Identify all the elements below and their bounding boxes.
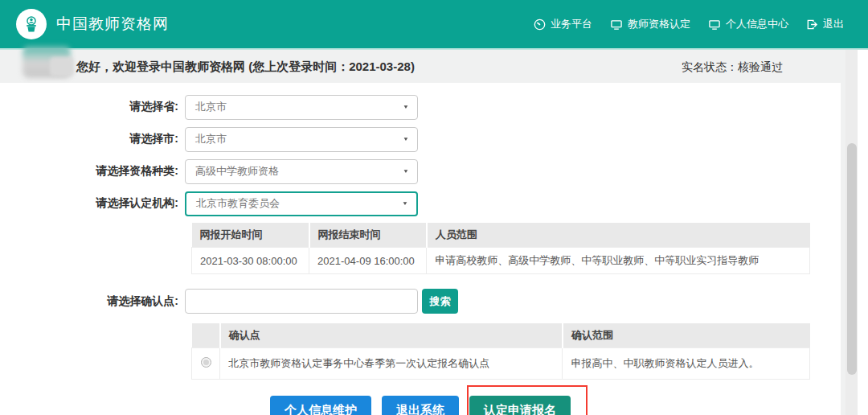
confirm-table-header-row: 确认点 确认范围 <box>192 323 810 348</box>
city-label: 请选择市: <box>0 132 185 146</box>
confirm-radio-cell <box>192 348 220 380</box>
table-row: 2021-03-30 08:00:00 2021-04-09 16:00:00 … <box>192 248 810 274</box>
qualification-type-select-value: 高级中学教师资格 <box>195 164 279 179</box>
nav-logout[interactable]: 退出 <box>806 17 844 31</box>
confirm-header-scope: 确认范围 <box>563 323 810 348</box>
province-select-value: 北京市 <box>195 100 227 114</box>
schedule-end-time: 2021-04-09 16:00:00 <box>309 248 427 274</box>
welcome-greeting: 您好，欢迎登录中国教师资格网 (您上次登录时间：2021-03-28) <box>76 60 415 75</box>
certifying-authority-select-value: 北京市教育委员会 <box>196 196 280 211</box>
nav-label: 个人信息中心 <box>726 17 788 31</box>
schedule-table: 网报开始时间 网报结束时间 人员范围 2021-03-30 08:00:00 2… <box>191 223 810 274</box>
certifying-authority-select[interactable]: 北京市教育委员会 ▼ <box>185 191 418 216</box>
nav-label: 业务平台 <box>551 17 592 31</box>
province-label: 请选择省: <box>0 100 185 114</box>
apply-certification-button[interactable]: 认定申请报名 <box>469 396 571 415</box>
form-row-certifying-authority: 请选择认定机构: 北京市教育委员会 ▼ <box>0 191 841 216</box>
form-row-province: 请选择省: 北京市 ▼ <box>0 94 841 120</box>
search-button[interactable]: 搜索 <box>422 289 458 314</box>
nav-business-platform[interactable]: 业务平台 <box>534 17 592 31</box>
qualification-type-select[interactable]: 高级中学教师资格 ▼ <box>185 159 418 184</box>
brand[interactable]: 中国教师资格网 <box>16 9 169 39</box>
schedule-table-header-row: 网报开始时间 网报结束时间 人员范围 <box>192 223 810 248</box>
city-select[interactable]: 北京市 ▼ <box>185 127 418 152</box>
brand-title: 中国教师资格网 <box>56 14 169 35</box>
certifying-authority-label: 请选择认定机构: <box>0 196 185 211</box>
dashboard-icon <box>534 18 546 31</box>
welcome-bar: 您好，欢迎登录中国教师资格网 (您上次登录时间：2021-03-28) 实名状态… <box>0 51 841 83</box>
brand-logo-icon <box>16 9 47 39</box>
exit-system-button[interactable]: 退出系统 <box>382 396 459 415</box>
chevron-down-icon: ▼ <box>403 104 409 109</box>
chevron-down-icon: ▼ <box>403 168 409 174</box>
monitor-icon <box>610 18 623 31</box>
confirm-point-name: 北京市教师资格认定事务中心春季第一次认定报名确认点 <box>220 348 563 380</box>
scrollbar-thumb[interactable] <box>847 143 857 375</box>
confirm-point-search-input[interactable] <box>185 289 418 314</box>
city-select-value: 北京市 <box>195 132 227 146</box>
schedule-header-end: 网报结束时间 <box>309 223 427 248</box>
province-select[interactable]: 北京市 ▼ <box>185 95 418 120</box>
logout-icon <box>806 18 818 31</box>
personal-info-maintenance-button[interactable]: 个人信息维护 <box>270 396 371 415</box>
scrollbar-track[interactable] <box>845 50 858 415</box>
schedule-personnel-scope: 申请高校教师、高级中学教师、中等职业教师、中等职业实习指导教师 <box>427 248 810 274</box>
redacted-username-blur <box>50 57 74 76</box>
confirm-header-radio <box>192 323 220 348</box>
monitor-icon <box>708 18 721 31</box>
nav-label: 退出 <box>823 17 844 31</box>
form-row-city: 请选择市: 北京市 ▼ <box>0 126 841 152</box>
nav-personal-info-center[interactable]: 个人信息中心 <box>708 17 788 31</box>
top-header-bar: 中国教师资格网 业务平台 <box>0 0 868 50</box>
form-row-qualification-type: 请选择资格种类: 高级中学教师资格 ▼ <box>0 158 841 184</box>
qualification-type-label: 请选择资格种类: <box>0 164 185 179</box>
main-content-panel: 请选择省: 北京市 ▼ 请选择市: 北京市 ▼ 请选择资格种类: 高级中学教师资… <box>0 83 841 415</box>
confirm-point-radio[interactable] <box>201 357 211 368</box>
schedule-header-scope: 人员范围 <box>427 223 810 248</box>
nav-label: 教师资格认定 <box>628 17 690 31</box>
schedule-start-time: 2021-03-30 08:00:00 <box>192 248 309 274</box>
page: 中国教师资格网 业务平台 <box>0 0 868 415</box>
schedule-header-start: 网报开始时间 <box>192 223 309 248</box>
table-row: 北京市教师资格认定事务中心春季第一次认定报名确认点 申报高中、中职教师资格认定人… <box>192 348 810 380</box>
annotated-button-wrapper: 认定申请报名 <box>469 396 571 415</box>
nav-teacher-certification[interactable]: 教师资格认定 <box>610 17 690 31</box>
chevron-down-icon: ▼ <box>403 136 409 142</box>
confirm-header-point: 确认点 <box>220 323 563 348</box>
chevron-down-icon: ▼ <box>402 200 408 206</box>
top-nav: 业务平台 教师资格认定 个人信息中心 <box>534 17 844 31</box>
realname-status: 实名状态：核验通过 <box>682 60 783 75</box>
confirm-point-label: 请选择确认点: <box>0 294 185 309</box>
footer-button-row: 个人信息维护 退出系统 认定申请报名 <box>0 396 841 415</box>
form-row-confirm-point: 请选择确认点: 搜索 <box>0 289 841 314</box>
confirm-point-scope: 申报高中、中职教师资格认定人员进入。 <box>563 348 810 380</box>
confirm-point-table: 确认点 确认范围 北京市教师资格认定事务中心春季第一次认定报名确认点 申报高中、… <box>191 323 810 380</box>
